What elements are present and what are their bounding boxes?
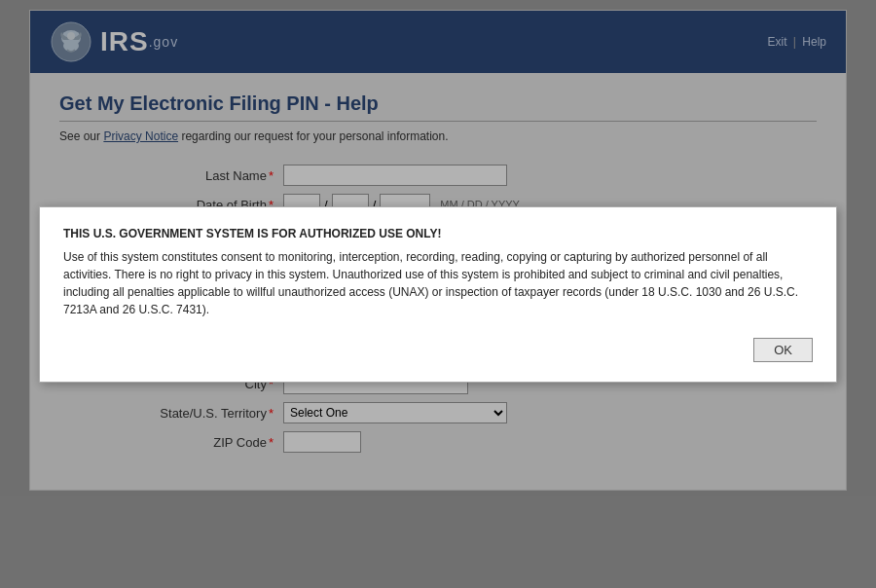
- modal-title: THIS U.S. GOVERNMENT SYSTEM IS FOR AUTHO…: [63, 227, 813, 240]
- ok-button[interactable]: OK: [753, 338, 813, 362]
- modal-footer: OK: [63, 338, 813, 362]
- modal-body: Use of this system constitutes consent t…: [63, 248, 813, 318]
- modal-box: THIS U.S. GOVERNMENT SYSTEM IS FOR AUTHO…: [39, 206, 837, 383]
- modal-overlay[interactable]: THIS U.S. GOVERNMENT SYSTEM IS FOR AUTHO…: [0, 0, 876, 588]
